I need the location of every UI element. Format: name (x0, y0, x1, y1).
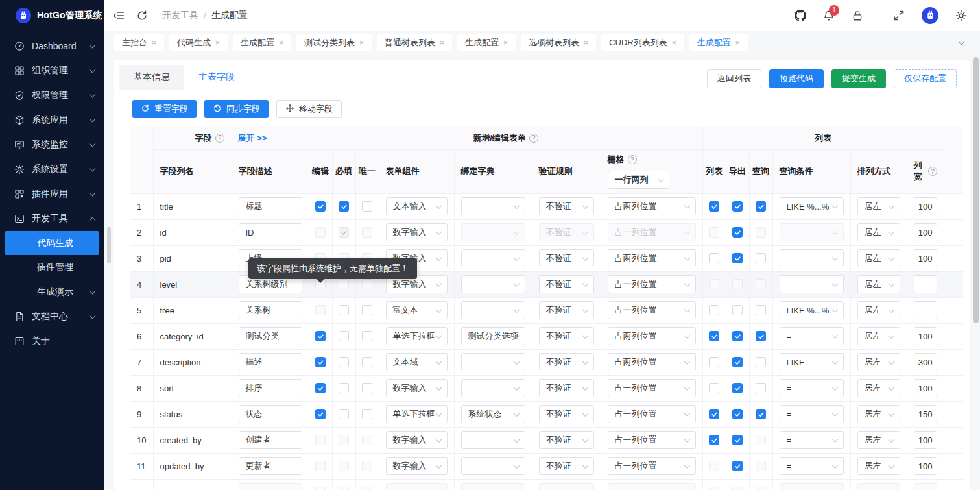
align-select[interactable]: 居左 (857, 405, 900, 423)
query-cond-select[interactable]: = (780, 457, 844, 475)
tabbar-dropdown-button[interactable] (953, 34, 970, 51)
align-select[interactable]: 居左 (857, 353, 900, 371)
column-width-input[interactable] (914, 301, 937, 319)
grid-default-select[interactable]: 一行两列 (608, 171, 669, 189)
column-width-input[interactable]: 100 (914, 197, 937, 215)
close-icon[interactable]: × (503, 38, 508, 47)
column-width-input[interactable]: 100 (914, 431, 937, 449)
close-icon[interactable]: × (735, 38, 740, 47)
grid-select[interactable]: 占一列位置 (608, 275, 696, 293)
edit-checkbox[interactable] (315, 331, 326, 341)
list-checkbox[interactable] (709, 331, 719, 341)
edit-checkbox[interactable] (315, 409, 326, 419)
sync-fields-button[interactable]: 同步字段 (204, 100, 269, 118)
list-checkbox[interactable] (709, 409, 719, 419)
query-checkbox[interactable] (756, 357, 766, 367)
form-component-select[interactable]: 单选下拉框 (386, 405, 448, 423)
edit-checkbox[interactable] (315, 383, 326, 393)
lock-icon[interactable] (852, 10, 863, 21)
query-cond-select[interactable]: LIKE (780, 353, 844, 371)
sidebar-item-auth[interactable]: 权限管理 (0, 83, 104, 108)
form-component-select[interactable]: 数字输入 (386, 457, 448, 475)
dict-select[interactable] (461, 249, 525, 267)
grid-select[interactable]: 占一列位置 (608, 457, 696, 475)
form-component-select[interactable]: 文本输入 (386, 197, 448, 215)
export-checkbox[interactable] (732, 461, 743, 471)
align-select[interactable]: 居左 (857, 301, 900, 319)
grid-select[interactable]: 占一列位置 (608, 405, 696, 423)
grid-select[interactable]: 占一列位置 (608, 379, 696, 397)
align-select[interactable]: 居左 (857, 197, 900, 215)
export-checkbox[interactable] (732, 435, 743, 445)
dict-select[interactable] (461, 301, 525, 319)
query-cond-select[interactable]: = (780, 275, 844, 293)
align-select[interactable]: 居左 (857, 431, 900, 449)
export-checkbox[interactable] (732, 409, 743, 419)
unique-checkbox[interactable] (362, 409, 372, 419)
export-checkbox[interactable] (732, 305, 743, 315)
sidebar-item-docs[interactable]: 文档中心 (0, 304, 104, 329)
tab-main-fields[interactable]: 主表字段 (184, 65, 249, 90)
unique-checkbox[interactable] (362, 331, 372, 341)
query-cond-select[interactable]: = (780, 327, 844, 345)
validate-select[interactable]: 不验证 (539, 431, 594, 449)
sidebar-item-apps[interactable]: 系统应用 (0, 108, 104, 132)
required-checkbox[interactable] (339, 383, 349, 393)
column-width-input[interactable]: 100 (914, 327, 937, 345)
tab-代码生成[interactable]: 代码生成× (169, 34, 228, 51)
column-width-input[interactable]: 100 (914, 223, 937, 241)
tab-生成配置[interactable]: 生成配置× (689, 34, 748, 51)
export-checkbox[interactable] (732, 253, 743, 263)
sidebar-item-gen-demo[interactable]: 生成演示 (0, 280, 104, 304)
dict-select[interactable]: 测试分类选项 (461, 327, 525, 345)
field-desc-input[interactable]: 状态 (239, 405, 302, 423)
close-icon[interactable]: × (440, 38, 444, 47)
grid-select[interactable]: 占一列位置 (608, 431, 696, 449)
align-select[interactable]: 居左 (857, 275, 900, 293)
validate-select[interactable]: 不验证 (539, 353, 594, 371)
close-icon[interactable]: × (584, 38, 588, 47)
form-component-select[interactable]: 文本域 (386, 353, 448, 371)
field-desc-input[interactable]: 创建者 (239, 431, 302, 449)
preview-code-button[interactable]: 预览代码 (769, 69, 824, 88)
tab-选项树表列表[interactable]: 选项树表列表× (521, 34, 596, 51)
avatar[interactable] (922, 7, 938, 24)
required-checkbox[interactable] (339, 357, 349, 367)
export-checkbox[interactable] (732, 331, 743, 341)
edit-checkbox[interactable] (315, 201, 326, 212)
sidebar-item-plugin-manage[interactable]: 插件管理 (0, 255, 104, 280)
sidebar-scrollbar-thumb[interactable] (107, 227, 111, 263)
sidebar-item-devtools[interactable]: 开发工具 (0, 206, 104, 231)
export-checkbox[interactable] (732, 383, 743, 393)
move-fields-button[interactable]: 移动字段 (276, 100, 342, 118)
dict-select[interactable]: 系统状态 (461, 405, 525, 423)
tab-主控台[interactable]: 主控台× (114, 34, 164, 51)
column-width-input[interactable]: 100 (914, 379, 937, 397)
dict-select[interactable] (461, 275, 525, 293)
sidebar-item-settings[interactable]: 系统设置 (0, 157, 104, 182)
column-width-input[interactable]: 100 (914, 249, 937, 267)
column-width-input[interactable]: 150 (914, 405, 937, 423)
field-desc-input[interactable]: 关系树 (239, 301, 302, 319)
dict-select[interactable] (461, 379, 525, 397)
form-component-select[interactable]: 数字输入 (386, 223, 448, 241)
dict-select[interactable] (461, 197, 525, 215)
sidebar-item-monitor[interactable]: 系统监控 (0, 132, 104, 157)
field-desc-input[interactable]: 标题 (239, 197, 302, 215)
menu-fold-icon[interactable] (113, 10, 125, 21)
field-desc-input[interactable]: 描述 (239, 353, 302, 371)
query-checkbox[interactable] (756, 201, 766, 212)
query-cond-select[interactable]: LIKE %...% (780, 301, 844, 319)
unique-checkbox[interactable] (362, 201, 372, 212)
validate-select[interactable]: 不验证 (539, 457, 594, 475)
sidebar-item-dashboard[interactable]: Dashboard (0, 34, 104, 58)
expand-link[interactable]: 展开 >> (238, 132, 267, 144)
column-width-input[interactable]: 300 (914, 353, 937, 371)
align-select[interactable]: 居左 (857, 223, 900, 241)
list-checkbox[interactable] (709, 435, 719, 445)
close-icon[interactable]: × (152, 38, 156, 47)
validate-select[interactable]: 不验证 (539, 197, 594, 215)
sidebar-item-org[interactable]: 组织管理 (0, 58, 104, 83)
tab-普通树表列表[interactable]: 普通树表列表× (377, 34, 452, 51)
required-checkbox[interactable] (339, 201, 349, 212)
